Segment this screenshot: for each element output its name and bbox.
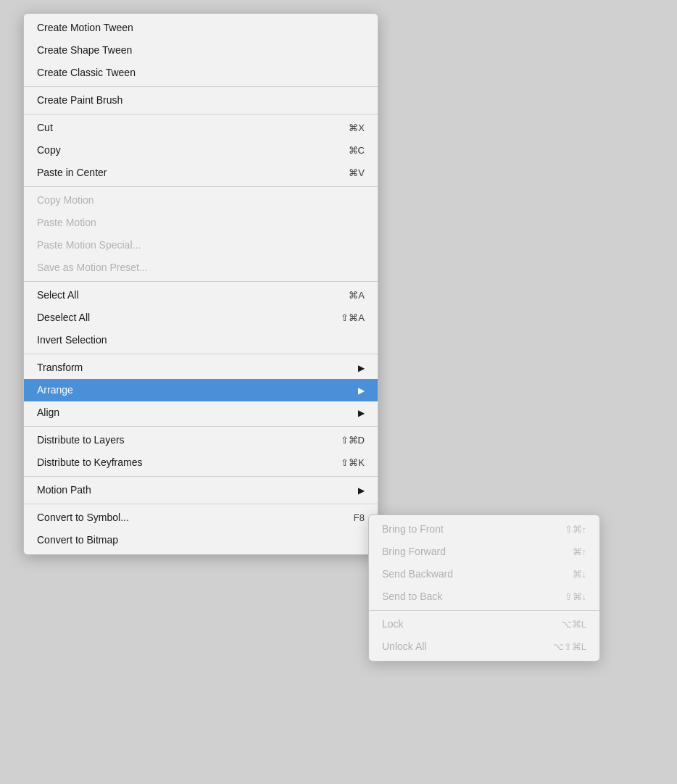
menu-item-label: Select All xyxy=(37,288,79,303)
menu-item-label: Copy Motion xyxy=(37,193,94,208)
menu-separator xyxy=(24,114,378,114)
menu-item-create-motion-tween[interactable]: Create Motion Tween xyxy=(24,17,378,39)
submenu-arrow-icon: ▶ xyxy=(358,362,365,375)
menu-separator xyxy=(24,86,378,87)
menu-item-create-classic-tween[interactable]: Create Classic Tween xyxy=(24,62,378,84)
menu-item-shortcut: ⌘A xyxy=(349,288,365,303)
submenu-item-shortcut: ⇧⌘↓ xyxy=(565,590,587,604)
submenu-item-label: Send to Back xyxy=(382,589,442,604)
menu-item-shortcut: F8 xyxy=(354,511,365,525)
submenu-item-label: Send Backward xyxy=(382,567,453,582)
menu-item-shortcut: ⌘C xyxy=(349,143,365,158)
submenu-item-lock: Lock⌥⌘L xyxy=(369,613,599,635)
menu-item-shortcut: ⇧⌘K xyxy=(341,456,365,470)
menu-item-shortcut: ⇧⌘A xyxy=(341,311,365,325)
menu-item-shortcut: ⇧⌘D xyxy=(341,433,365,448)
menu-item-label: Transform xyxy=(37,360,83,375)
submenu-arrow-icon: ▶ xyxy=(358,384,365,397)
menu-item-label: Save as Motion Preset... xyxy=(37,260,148,275)
submenu-item-bring-forward: Bring Forward⌘↑ xyxy=(369,541,599,563)
menu-item-label: Arrange xyxy=(37,383,73,398)
menu-item-cut[interactable]: Cut⌘X xyxy=(24,117,378,139)
submenu-item-shortcut: ⌥⌘L xyxy=(561,617,586,632)
menu-separator xyxy=(24,186,378,187)
menu-item-create-shape-tween[interactable]: Create Shape Tween xyxy=(24,39,378,62)
menu-item-align[interactable]: Align▶ xyxy=(24,401,378,424)
menu-separator xyxy=(24,281,378,282)
submenu-item-label: Bring Forward xyxy=(382,544,446,559)
menu-item-copy[interactable]: Copy⌘C xyxy=(24,139,378,162)
menu-item-motion-path[interactable]: Motion Path▶ xyxy=(24,479,378,501)
menu-item-label: Create Classic Tween xyxy=(37,65,136,80)
menu-item-label: Convert to Bitmap xyxy=(37,533,118,548)
menu-item-paste-motion-special: Paste Motion Special... xyxy=(24,234,378,257)
menu-item-distribute-to-layers[interactable]: Distribute to Layers⇧⌘D xyxy=(24,429,378,451)
menu-item-label: Paste Motion Special... xyxy=(37,238,141,253)
menu-item-label: Cut xyxy=(37,120,53,135)
submenu-arrow-icon: ▶ xyxy=(358,484,365,497)
menu-separator xyxy=(24,476,378,477)
menu-item-label: Paste in Center xyxy=(37,165,107,180)
context-menu: Create Motion TweenCreate Shape TweenCre… xyxy=(23,13,378,555)
menu-item-invert-selection[interactable]: Invert Selection xyxy=(24,329,378,351)
menu-item-save-as-motion-preset: Save as Motion Preset... xyxy=(24,257,378,279)
menu-item-paste-motion: Paste Motion xyxy=(24,212,378,234)
menu-item-deselect-all[interactable]: Deselect All⇧⌘A xyxy=(24,306,378,329)
menu-separator xyxy=(24,354,378,354)
submenu-item-label: Unlock All xyxy=(382,639,426,654)
submenu-item-label: Bring to Front xyxy=(382,522,444,537)
submenu-item-unlock-all: Unlock All⌥⇧⌘L xyxy=(369,635,599,658)
menu-item-convert-to-bitmap[interactable]: Convert to Bitmap xyxy=(24,529,378,551)
submenu-item-shortcut: ⇧⌘↑ xyxy=(565,522,587,537)
menu-item-copy-motion: Copy Motion xyxy=(24,189,378,212)
submenu-item-shortcut: ⌥⇧⌘L xyxy=(553,640,586,654)
submenu-item-bring-to-front: Bring to Front⇧⌘↑ xyxy=(369,518,599,541)
menu-item-label: Create Paint Brush xyxy=(37,93,122,108)
menu-item-label: Invert Selection xyxy=(37,333,107,348)
menu-separator xyxy=(24,426,378,427)
submenu-arrange: Bring to Front⇧⌘↑Bring Forward⌘↑Send Bac… xyxy=(368,514,600,662)
submenu-item-shortcut: ⌘↓ xyxy=(573,567,587,582)
menu-item-label: Deselect All xyxy=(37,310,90,325)
submenu-item-label: Lock xyxy=(382,617,404,632)
menu-item-label: Copy xyxy=(37,143,61,158)
menu-item-label: Motion Path xyxy=(37,483,91,498)
menu-item-label: Distribute to Keyframes xyxy=(37,455,143,470)
menu-item-paste-in-center[interactable]: Paste in Center⌘V xyxy=(24,162,378,184)
menu-item-label: Paste Motion xyxy=(37,215,96,230)
menu-item-arrange[interactable]: Arrange▶ xyxy=(24,379,378,401)
submenu-arrow-icon: ▶ xyxy=(358,406,365,420)
submenu-item-send-to-back: Send to Back⇧⌘↓ xyxy=(369,585,599,608)
menu-item-select-all[interactable]: Select All⌘A xyxy=(24,284,378,306)
menu-item-label: Create Motion Tween xyxy=(37,20,133,36)
menu-item-label: Convert to Symbol... xyxy=(37,510,129,525)
menu-item-label: Align xyxy=(37,405,59,420)
menu-item-label: Distribute to Layers xyxy=(37,433,125,448)
submenu-separator xyxy=(369,610,599,611)
menu-item-distribute-to-keyframes[interactable]: Distribute to Keyframes⇧⌘K xyxy=(24,451,378,474)
submenu-item-send-backward: Send Backward⌘↓ xyxy=(369,563,599,585)
menu-separator xyxy=(24,504,378,504)
menu-item-label: Create Shape Tween xyxy=(37,43,132,58)
menu-item-create-paint-brush[interactable]: Create Paint Brush xyxy=(24,89,378,112)
menu-item-shortcut: ⌘X xyxy=(349,121,365,135)
submenu-item-shortcut: ⌘↑ xyxy=(573,545,587,559)
menu-item-convert-to-symbol[interactable]: Convert to Symbol...F8 xyxy=(24,506,378,529)
menu-item-shortcut: ⌘V xyxy=(349,166,365,180)
menu-item-transform[interactable]: Transform▶ xyxy=(24,356,378,379)
